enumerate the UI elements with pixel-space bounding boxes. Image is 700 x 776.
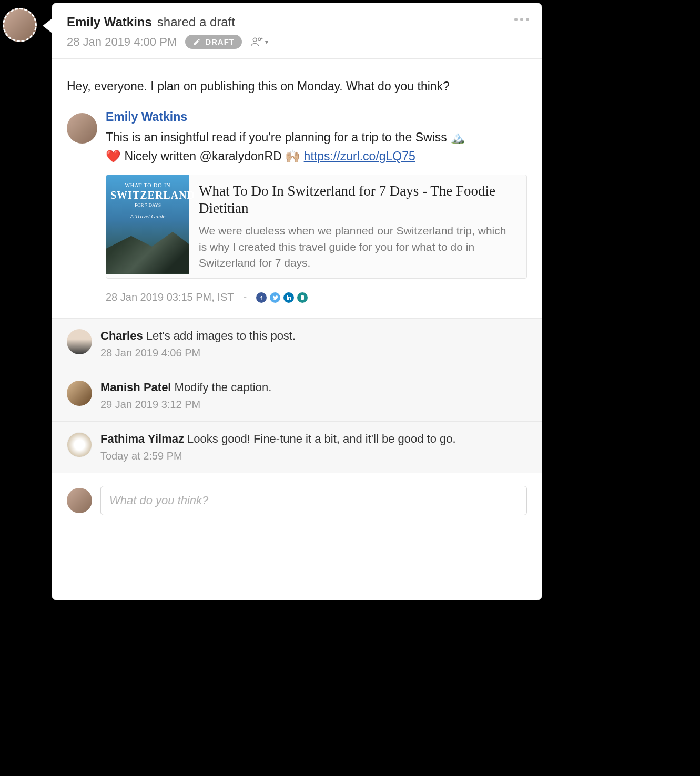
comment-author[interactable]: Manish Patel <box>100 381 171 394</box>
comment-text: Modify the caption. <box>175 381 272 394</box>
draft-badge[interactable]: DRAFT <box>185 35 242 49</box>
linkedin-icon[interactable] <box>283 292 294 303</box>
comment-author[interactable]: Fathima Yilmaz <box>100 432 184 445</box>
link-title: What To Do In Switzerland for 7 Days - T… <box>199 182 517 218</box>
facebook-icon[interactable] <box>256 292 267 303</box>
thumb-line1: WHAT TO DO IN <box>110 182 185 188</box>
thumb-line2: SWITZERLAND <box>110 189 185 201</box>
svg-point-0 <box>253 38 257 42</box>
meta-separator: - <box>244 291 247 303</box>
comment-time: 29 Jan 2019 3:12 PM <box>100 399 527 411</box>
card-header: Emily Watkins shared a draft 28 Jan 2019… <box>52 3 542 59</box>
comment-row: Charles Let's add images to this post. 2… <box>52 318 542 370</box>
comment-row: Fathima Yilmaz Looks good! Fine-tune it … <box>52 421 542 473</box>
comment-input[interactable] <box>100 486 527 515</box>
comment-avatar[interactable] <box>67 329 92 354</box>
author-avatar[interactable] <box>3 8 37 42</box>
comment-time: Today at 2:59 PM <box>100 450 527 462</box>
draft-line2: ❤️ Nicely written @karalydonRD 🙌🏼 <box>106 149 304 163</box>
comment-row: Manish Patel Modify the caption. 29 Jan … <box>52 370 542 421</box>
more-options-button[interactable] <box>514 18 529 21</box>
svg-rect-2 <box>301 295 304 300</box>
comment-time: 28 Jan 2019 4:06 PM <box>100 347 527 359</box>
thumb-line4: A Travel Guide <box>110 213 185 219</box>
twitter-icon[interactable] <box>270 292 280 303</box>
comment-text: Let's add images to this post. <box>146 329 296 342</box>
comment-author[interactable]: Charles <box>100 329 143 342</box>
draft-publish-time: 28 Jan 2019 03:15 PM, IST <box>106 291 234 303</box>
people-icon[interactable]: ▾ <box>250 36 268 48</box>
link-preview-card[interactable]: WHAT TO DO IN SWITZERLAND FOR 7 DAYS A T… <box>106 175 527 279</box>
post-timestamp: 28 Jan 2019 4:00 PM <box>67 35 177 49</box>
comment-avatar[interactable] <box>67 381 92 406</box>
comment-text: Looks good! Fine-tune it a bit, and it'l… <box>187 432 456 445</box>
draft-author-avatar[interactable] <box>67 113 97 144</box>
pencil-icon <box>192 38 201 46</box>
thumb-line3: FOR 7 DAYS <box>110 202 185 208</box>
compose-row <box>52 473 542 528</box>
svg-point-1 <box>258 38 261 40</box>
comments-section: Charles Let's add images to this post. 2… <box>52 318 542 473</box>
draft-line1: This is an insightful read if you're pla… <box>106 130 450 144</box>
comment-avatar[interactable] <box>67 432 92 457</box>
author-name[interactable]: Emily Watkins <box>67 15 152 29</box>
mountain-emoji: 🏔️ <box>450 130 465 144</box>
draft-badge-label: DRAFT <box>205 37 235 46</box>
link-thumbnail: WHAT TO DO IN SWITZERLAND FOR 7 DAYS A T… <box>106 175 189 274</box>
draft-meta-row: 28 Jan 2019 03:15 PM, IST - <box>106 291 527 303</box>
draft-card: Emily Watkins shared a draft 28 Jan 2019… <box>52 3 542 600</box>
current-user-avatar[interactable] <box>67 488 92 513</box>
chevron-down-icon: ▾ <box>265 38 268 46</box>
draft-text: This is an insightful read if you're pla… <box>106 128 527 166</box>
other-network-icon[interactable] <box>297 292 308 303</box>
shared-text: shared a draft <box>157 15 235 29</box>
draft-preview-block: Emily Watkins This is an insightful read… <box>52 110 542 318</box>
post-body: Hey, everyone. I plan on publishing this… <box>52 59 542 110</box>
link-description: We were clueless when we planned our Swi… <box>199 223 517 271</box>
draft-link[interactable]: https://zurl.co/gLQ75 <box>304 149 415 163</box>
draft-author-name[interactable]: Emily Watkins <box>106 110 527 124</box>
